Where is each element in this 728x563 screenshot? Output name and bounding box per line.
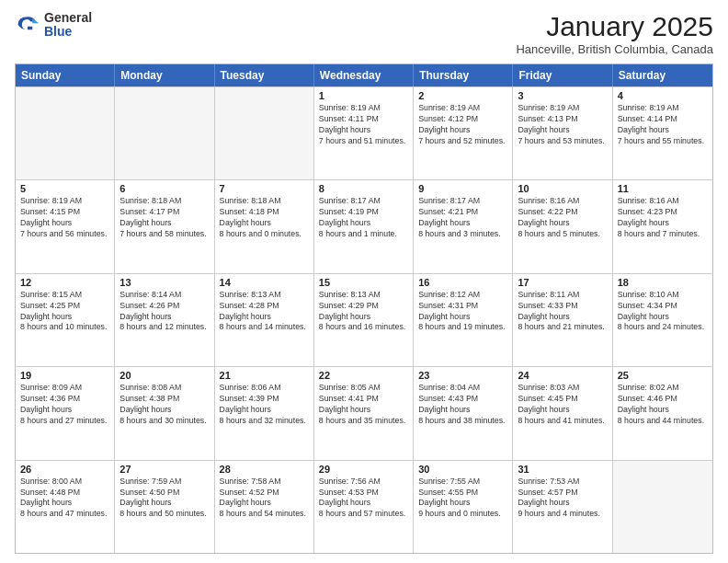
cell-info: Sunrise: 8:14 AMSunset: 4:26 PMDaylight … [119,290,209,334]
daylight-value: 8 hours and 0 minutes. [220,229,302,238]
daylight-label: Daylight hours [220,312,271,321]
calendar-body: 1Sunrise: 8:19 AMSunset: 4:11 PMDaylight… [16,86,712,553]
cell-info: Sunrise: 8:17 AMSunset: 4:19 PMDaylight … [319,196,408,240]
calendar-day-header: Tuesday [215,64,314,86]
sunrise-label: Sunrise: 8:10 AM [618,290,679,299]
daylight-value: 8 hours and 47 minutes. [20,509,107,518]
cell-info: Sunrise: 8:19 AMSunset: 4:15 PMDaylight … [20,196,109,240]
daylight-value: 7 hours and 55 minutes. [618,136,704,145]
cell-info: Sunrise: 7:53 AMSunset: 4:57 PMDaylight … [518,477,607,521]
calendar-cell: 25Sunrise: 8:02 AMSunset: 4:46 PMDayligh… [613,367,712,459]
calendar-week-row: 5Sunrise: 8:19 AMSunset: 4:15 PMDaylight… [16,179,712,272]
sunrise-label: Sunrise: 8:19 AM [20,196,82,205]
sunrise-label: Sunrise: 8:16 AM [618,196,679,205]
cell-date-number: 18 [618,277,708,288]
calendar-cell: 27Sunrise: 7:59 AMSunset: 4:50 PMDayligh… [115,461,214,553]
sunset-label: Sunset: 4:45 PM [518,394,577,403]
calendar-cell: 21Sunrise: 8:06 AMSunset: 4:39 PMDayligh… [215,367,314,459]
sunrise-label: Sunrise: 8:06 AM [220,383,281,392]
sunrise-label: Sunrise: 8:18 AM [119,196,181,205]
cell-date-number: 16 [418,277,507,288]
daylight-value: 8 hours and 10 minutes. [20,322,107,331]
calendar-cell: 24Sunrise: 8:03 AMSunset: 4:45 PMDayligh… [513,367,612,459]
calendar-cell [16,87,115,179]
daylight-label: Daylight hours [618,312,669,321]
sunset-label: Sunset: 4:19 PM [319,207,379,216]
logo: General Blue [15,11,92,40]
daylight-label: Daylight hours [20,218,72,227]
logo-blue: Blue [44,24,72,39]
calendar-cell: 31Sunrise: 7:53 AMSunset: 4:57 PMDayligh… [513,461,612,553]
cell-info: Sunrise: 8:00 AMSunset: 4:48 PMDaylight … [20,477,109,521]
sunset-label: Sunset: 4:22 PM [518,207,577,216]
cell-info: Sunrise: 8:09 AMSunset: 4:36 PMDaylight … [20,383,109,427]
daylight-value: 7 hours and 53 minutes. [518,136,604,145]
sunset-label: Sunset: 4:50 PM [119,488,179,497]
daylight-value: 8 hours and 30 minutes. [119,416,206,425]
daylight-value: 9 hours and 0 minutes. [418,509,501,518]
sunrise-label: Sunrise: 8:17 AM [418,196,480,205]
cell-date-number: 17 [518,277,607,288]
cell-date-number: 11 [618,183,708,194]
calendar-cell: 23Sunrise: 8:04 AMSunset: 4:43 PMDayligh… [414,367,513,459]
calendar-cell: 26Sunrise: 8:00 AMSunset: 4:48 PMDayligh… [16,461,115,553]
daylight-label: Daylight hours [418,312,470,321]
sunrise-label: Sunrise: 8:19 AM [418,103,480,112]
cell-date-number: 8 [319,183,408,194]
calendar-cell: 8Sunrise: 8:17 AMSunset: 4:19 PMDaylight… [314,180,414,272]
daylight-label: Daylight hours [418,405,470,414]
cell-date-number: 19 [20,370,109,381]
sunset-label: Sunset: 4:29 PM [319,301,379,310]
daylight-value: 8 hours and 35 minutes. [319,416,405,425]
daylight-label: Daylight hours [319,405,370,414]
daylight-value: 8 hours and 12 minutes. [119,322,206,331]
daylight-value: 8 hours and 7 minutes. [618,229,700,238]
calendar-cell: 19Sunrise: 8:09 AMSunset: 4:36 PMDayligh… [16,367,115,459]
calendar-cell: 5Sunrise: 8:19 AMSunset: 4:15 PMDaylight… [16,180,115,272]
daylight-label: Daylight hours [119,405,171,414]
cell-date-number: 21 [220,370,309,381]
calendar-header: SundayMondayTuesdayWednesdayThursdayFrid… [16,64,712,86]
calendar-cell: 3Sunrise: 8:19 AMSunset: 4:13 PMDaylight… [513,87,612,179]
logo-text: General Blue [44,11,92,40]
daylight-value: 8 hours and 44 minutes. [618,416,704,425]
cell-info: Sunrise: 8:12 AMSunset: 4:31 PMDaylight … [418,290,507,334]
sunset-label: Sunset: 4:36 PM [20,394,80,403]
cell-date-number: 29 [319,464,408,475]
cell-date-number: 6 [119,183,209,194]
sunset-label: Sunset: 4:14 PM [618,114,677,123]
cell-info: Sunrise: 8:19 AMSunset: 4:12 PMDaylight … [418,103,507,147]
cell-info: Sunrise: 8:16 AMSunset: 4:23 PMDaylight … [618,196,708,240]
sunrise-label: Sunrise: 8:08 AM [119,383,181,392]
sunrise-label: Sunrise: 8:19 AM [618,103,679,112]
calendar-cell: 14Sunrise: 8:13 AMSunset: 4:28 PMDayligh… [215,274,314,366]
page: General Blue January 2025 Hanceville, Br… [0,0,728,563]
cell-date-number: 4 [618,90,708,101]
cell-info: Sunrise: 7:58 AMSunset: 4:52 PMDaylight … [220,477,309,521]
cell-info: Sunrise: 8:04 AMSunset: 4:43 PMDaylight … [418,383,507,427]
daylight-value: 8 hours and 41 minutes. [518,416,604,425]
daylight-value: 9 hours and 4 minutes. [518,509,600,518]
calendar-cell: 16Sunrise: 8:12 AMSunset: 4:31 PMDayligh… [414,274,513,366]
calendar-week-row: 1Sunrise: 8:19 AMSunset: 4:11 PMDaylight… [16,86,712,179]
calendar-cell [115,87,214,179]
sunrise-label: Sunrise: 8:19 AM [518,103,579,112]
sunset-label: Sunset: 4:43 PM [418,394,478,403]
daylight-label: Daylight hours [119,312,171,321]
sunset-label: Sunset: 4:46 PM [618,394,677,403]
cell-info: Sunrise: 8:05 AMSunset: 4:41 PMDaylight … [319,383,408,427]
cell-info: Sunrise: 7:55 AMSunset: 4:55 PMDaylight … [418,477,507,521]
daylight-value: 8 hours and 32 minutes. [220,416,306,425]
daylight-label: Daylight hours [518,405,569,414]
calendar: SundayMondayTuesdayWednesdayThursdayFrid… [15,63,713,554]
sunrise-label: Sunrise: 8:19 AM [319,103,381,112]
cell-info: Sunrise: 8:19 AMSunset: 4:11 PMDaylight … [319,103,408,147]
calendar-day-header: Sunday [16,64,115,86]
calendar-day-header: Wednesday [314,64,414,86]
calendar-day-header: Thursday [414,64,513,86]
daylight-value: 7 hours and 56 minutes. [20,229,107,238]
sunrise-label: Sunrise: 8:16 AM [518,196,579,205]
sunset-label: Sunset: 4:52 PM [220,488,279,497]
sunset-label: Sunset: 4:48 PM [20,488,80,497]
calendar-cell: 22Sunrise: 8:05 AMSunset: 4:41 PMDayligh… [314,367,414,459]
